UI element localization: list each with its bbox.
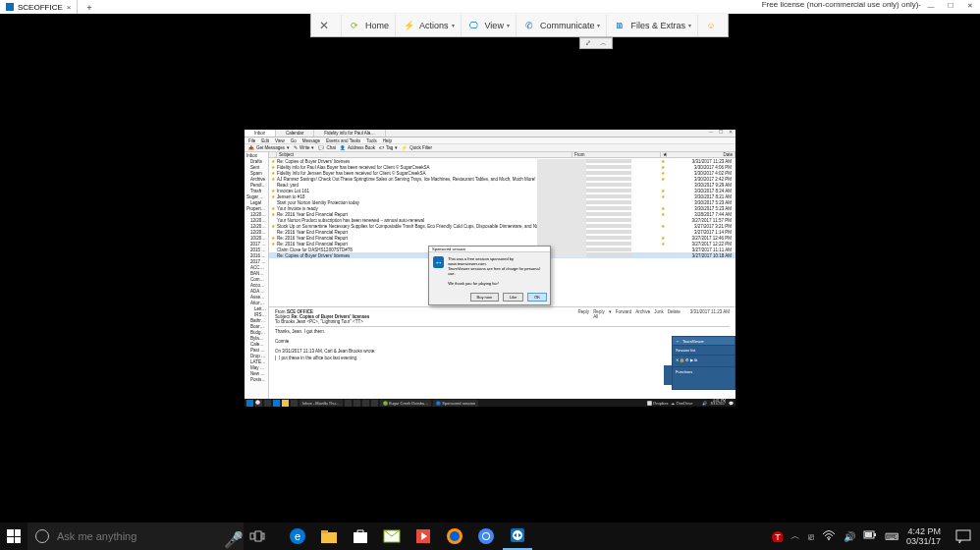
folder-item[interactable]: Property Man. - Correspondence xyxy=(245,205,268,211)
message-row[interactable]: ★Stock Up on Summertime Necessary Suppli… xyxy=(269,223,735,229)
task-view-button[interactable] xyxy=(244,522,271,550)
tb-minimize[interactable]: — xyxy=(706,130,716,137)
ok-button[interactable]: OK xyxy=(527,293,547,302)
junk-button[interactable]: Junk xyxy=(654,309,664,324)
message-row[interactable]: ★Re: 2016 Year End Financial Report★3/27… xyxy=(269,235,735,241)
forward-button[interactable]: Forward xyxy=(616,309,632,324)
tv-panel-tab[interactable] xyxy=(664,365,672,385)
menu-help[interactable]: Help xyxy=(383,138,392,143)
app-chrome[interactable] xyxy=(471,522,501,550)
tray-up-icon[interactable]: ︿ xyxy=(790,529,800,543)
tv-connection-tab[interactable]: SCEOFFICE × xyxy=(0,0,78,14)
menu-view[interactable]: View xyxy=(275,138,285,143)
like-button[interactable]: Like xyxy=(503,293,523,302)
tray-onedrive[interactable]: ☁ OneDrive xyxy=(671,401,692,406)
col-from[interactable]: From xyxy=(572,152,661,157)
toolbar-home-button[interactable]: ⟳ Home xyxy=(342,15,396,36)
remote-search[interactable]: ⚪ xyxy=(255,400,262,407)
message-row[interactable]: ★AJ Ramrez Savings! Check Out These Spri… xyxy=(269,176,735,182)
menu-message[interactable]: Message xyxy=(302,138,320,143)
remote-explorer[interactable] xyxy=(282,400,289,407)
delete-button[interactable]: Delete xyxy=(668,309,681,324)
message-row[interactable]: ★Fidelity info for Paul Alas Buyer has b… xyxy=(269,164,735,170)
host-clock[interactable]: 4:42 PM 03/31/17 xyxy=(906,526,941,546)
app-file-explorer[interactable] xyxy=(314,522,344,550)
menu-go[interactable]: Go xyxy=(291,138,297,143)
remote-start-button[interactable] xyxy=(246,400,253,407)
mic-icon[interactable]: 🎤 xyxy=(224,530,236,542)
message-row[interactable]: ★Fidelity Info for Jensen Buyer has been… xyxy=(269,170,735,176)
folder-item[interactable]: Sugar Receipts xyxy=(245,193,268,199)
toolbar-files-button[interactable]: 🗎 Files & Extras▾ xyxy=(607,15,698,36)
tray-cast-icon[interactable]: ⎚ xyxy=(808,531,814,542)
collapse-icon[interactable]: ︿ xyxy=(600,38,607,48)
message-row[interactable]: ★Re: Copies of Buyer Drivers' licenses★3… xyxy=(269,158,735,164)
tool-address-book[interactable]: 👤Address Book xyxy=(340,145,375,150)
action-center-button[interactable] xyxy=(953,522,974,550)
menu-tools[interactable]: Tools xyxy=(366,138,377,143)
maximize-button[interactable]: ☐ xyxy=(941,0,960,12)
tb-tab-inbox[interactable]: Inbox xyxy=(245,130,276,137)
tb-tab-message[interactable]: Fidelity info for Paul Ala… xyxy=(314,130,386,137)
tv-tab-label: SCEOFFICE xyxy=(18,3,63,12)
tray-security-icon[interactable]: T xyxy=(771,530,783,542)
remote-edge[interactable] xyxy=(273,400,280,407)
menu-edit[interactable]: Edit xyxy=(261,138,269,143)
remote-clock[interactable]: 4:41 PM 3/31/2017 xyxy=(710,400,726,407)
app-firefox[interactable] xyxy=(440,522,469,550)
task-thunderbird[interactable]: Inbox - Mozilla Thu… xyxy=(299,400,343,407)
toolbar-view-button[interactable]: 🖵 View▾ xyxy=(462,15,517,36)
menu-file[interactable]: File xyxy=(248,138,255,143)
task-database[interactable]: 🟢Sugar Creek Databa… xyxy=(380,400,431,407)
remote-taskview[interactable] xyxy=(264,400,271,407)
tab-close-button[interactable]: × xyxy=(67,3,72,12)
col-subject[interactable]: Subject xyxy=(277,152,572,157)
reply-all-button[interactable]: Reply All xyxy=(593,309,605,324)
fullscreen-icon[interactable]: ⤢ xyxy=(585,39,591,47)
close-button[interactable]: ✕ xyxy=(960,0,980,12)
folder-item[interactable]: Posts to Web Page xyxy=(245,376,268,382)
search-input[interactable] xyxy=(57,530,224,542)
tray-dropbox[interactable]: ⬜ Dropbox xyxy=(647,401,668,406)
app-teamviewer[interactable] xyxy=(503,522,532,550)
tool-get-messages[interactable]: 📥Get Messages▾ xyxy=(248,145,290,150)
tb-maximize[interactable]: ☐ xyxy=(716,130,726,137)
start-button[interactable] xyxy=(0,522,27,550)
teamviewer-panel[interactable]: ↔TeamViewer Session list ✕ 🔒 ⚙ ▶ ⧉ Funct… xyxy=(672,336,735,390)
message-row[interactable]: ★Re: 2016 Year End Financial Report★3/28… xyxy=(269,211,735,217)
tool-write[interactable]: ✎Write▾ xyxy=(294,145,314,150)
archive-button[interactable]: Archive xyxy=(635,309,650,324)
toolbar-feedback-button[interactable]: ☺ xyxy=(698,15,728,36)
toolbar-communicate-button[interactable]: ✆ Communicate▾ xyxy=(517,15,608,36)
app-video[interactable] xyxy=(408,522,438,550)
tool-chat[interactable]: 💬Chat xyxy=(318,145,336,150)
message-row[interactable]: ★Your Invoice is ready★3/30/2017 5:23 AM xyxy=(269,205,735,211)
tool-tag[interactable]: 🏷Tag▾ xyxy=(379,145,398,150)
folder-pane[interactable]: InboxDraftsSentSpamArchivePending Follow… xyxy=(245,152,269,407)
tray-wifi-icon[interactable] xyxy=(822,529,836,543)
app-mail[interactable] xyxy=(377,522,407,550)
remote-action-center[interactable]: 💬 xyxy=(729,401,734,406)
tab-add-button[interactable]: ＋ xyxy=(85,2,93,13)
tb-tab-calendar[interactable]: Calendar xyxy=(276,130,314,137)
preview-actions: Reply Reply All▾ Forward Archive Junk De… xyxy=(578,309,730,324)
app-edge[interactable]: e xyxy=(283,522,312,550)
col-date[interactable]: Date xyxy=(667,152,735,157)
tray-volume-icon[interactable]: 🔊 xyxy=(844,531,855,542)
toolbar-close-button[interactable]: ✕ xyxy=(311,15,342,36)
app-store[interactable] xyxy=(346,522,375,550)
menu-events[interactable]: Events and Tasks xyxy=(326,138,360,143)
tray-keyboard-icon[interactable]: ⌨ xyxy=(885,531,898,542)
task-sponsored[interactable]: 🔵Sponsored session xyxy=(433,400,478,407)
toolbar-actions-button[interactable]: ⚡ Actions▾ xyxy=(396,15,462,36)
message-row[interactable]: ★Jensen to #18★3/30/2017 8:21 AM xyxy=(269,193,735,199)
tb-close[interactable]: ✕ xyxy=(726,130,735,137)
minimize-button[interactable]: — xyxy=(921,0,941,12)
tray-power-icon[interactable] xyxy=(863,530,877,542)
reply-button[interactable]: Reply xyxy=(578,309,590,324)
tool-quick-filter[interactable]: ⚡Quick Filter xyxy=(402,145,432,150)
buy-now-button[interactable]: Buy now xyxy=(470,293,499,302)
cortana-search[interactable]: 🎤 xyxy=(27,522,244,550)
message-row[interactable]: ★Invoices Lot 161★3/30/2017 8:24 AM xyxy=(269,188,735,193)
remote-store[interactable] xyxy=(291,400,298,407)
